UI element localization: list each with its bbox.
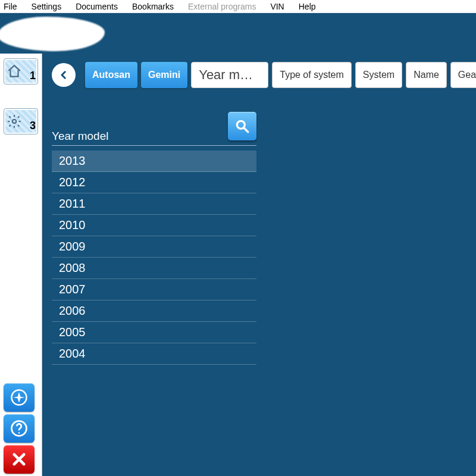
close-icon — [11, 451, 27, 468]
sidebar-tile-badge: 3 — [30, 120, 36, 132]
sidebar-tile-badge: 1 — [30, 70, 36, 82]
search-button[interactable] — [228, 112, 256, 140]
sidebar: 1 3 — [0, 54, 42, 476]
crumb-type-of-system[interactable]: Type of system — [272, 62, 352, 88]
svg-point-0 — [12, 120, 17, 124]
year-item[interactable]: 2012 — [52, 172, 256, 193]
sidebar-tile-gear[interactable]: 3 — [4, 108, 38, 134]
help-icon — [10, 419, 28, 437]
crumb-autosan[interactable]: Autosan — [85, 62, 137, 88]
logo-placeholder — [0, 17, 105, 51]
year-model-section: Year model 2013 2012 2011 2010 2009 2008… — [52, 112, 256, 365]
crumb-system[interactable]: System — [355, 62, 402, 88]
list-header: Year model — [52, 112, 256, 146]
breadcrumb: Autosan Gemini Year m… Type of system Sy… — [52, 62, 476, 88]
gear-icon — [7, 114, 22, 129]
back-button[interactable] — [52, 63, 76, 87]
year-item[interactable]: 2006 — [52, 300, 256, 322]
year-list: 2013 2012 2011 2010 2009 2008 2007 2006 … — [52, 151, 256, 365]
search-icon — [234, 118, 250, 134]
menubar: File Settings Documents Bookmarks Extern… — [0, 0, 476, 13]
menu-vin[interactable]: VIN — [270, 2, 284, 11]
menu-file[interactable]: File — [4, 2, 17, 11]
year-item[interactable]: 2005 — [52, 322, 256, 343]
year-item[interactable]: 2013 — [52, 151, 256, 172]
flight-icon — [10, 389, 28, 406]
content: Autosan Gemini Year m… Type of system Sy… — [42, 54, 476, 476]
main-area: 1 3 — [0, 54, 476, 476]
menu-external-programs: External programs — [188, 2, 256, 11]
list-title: Year model — [52, 130, 108, 143]
logo-area — [0, 13, 476, 54]
year-item[interactable]: 2011 — [52, 193, 256, 215]
chevron-left-icon — [58, 70, 69, 80]
sidebar-bottom — [4, 383, 35, 476]
menu-help[interactable]: Help — [299, 2, 316, 11]
menu-bookmarks[interactable]: Bookmarks — [132, 2, 174, 11]
crumb-year-model[interactable]: Year m… — [191, 62, 268, 88]
crumb-name[interactable]: Name — [406, 62, 447, 88]
crumb-gemini[interactable]: Gemini — [141, 62, 187, 88]
close-button[interactable] — [4, 445, 35, 474]
svg-point-3 — [18, 432, 20, 434]
sidebar-tile-home[interactable]: 1 — [4, 58, 38, 84]
menu-documents[interactable]: Documents — [76, 2, 118, 11]
year-item[interactable]: 2008 — [52, 258, 256, 279]
flight-button[interactable] — [4, 383, 35, 412]
help-button[interactable] — [4, 414, 35, 443]
year-item[interactable]: 2004 — [52, 343, 256, 365]
crumb-gearbox[interactable]: Gearb — [450, 62, 476, 88]
menu-settings[interactable]: Settings — [32, 2, 62, 11]
home-icon — [7, 64, 22, 79]
year-item[interactable]: 2007 — [52, 279, 256, 300]
year-item[interactable]: 2010 — [52, 215, 256, 236]
year-item[interactable]: 2009 — [52, 236, 256, 258]
